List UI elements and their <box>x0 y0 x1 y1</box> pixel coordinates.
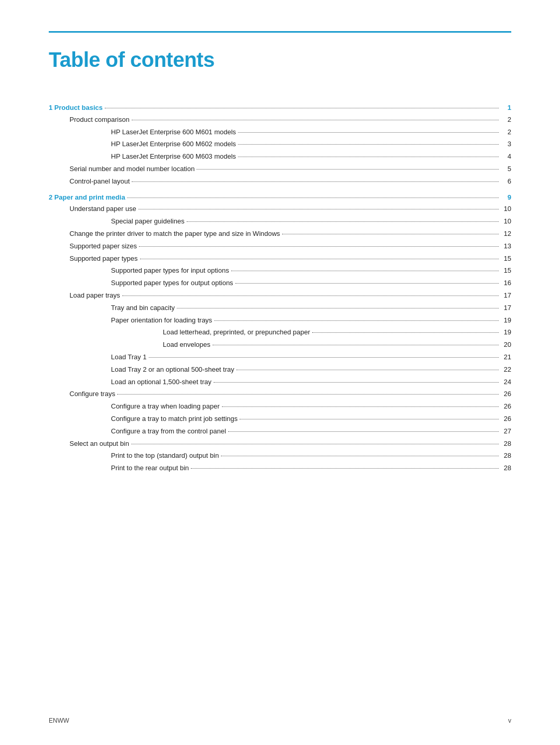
page-number: 17 <box>501 303 511 314</box>
toc-entry: Special paper guidelines 10 <box>49 216 511 227</box>
toc-dots <box>214 320 499 321</box>
toc-entry: Understand paper use 10 <box>49 204 511 215</box>
page-number: 26 <box>501 401 511 412</box>
entry-label: Paper orientation for loading trays <box>111 315 212 326</box>
entry-label: Supported paper types <box>69 254 138 264</box>
toc-entry: HP LaserJet Enterprise 600 M602 models 3 <box>49 139 511 150</box>
toc-dots <box>228 431 499 432</box>
toc-entry: Print to the rear output bin 28 <box>49 463 511 474</box>
toc-entry: Load letterhead, preprinted, or prepunch… <box>49 327 511 338</box>
page-number: 27 <box>501 426 511 437</box>
toc-entry: Select an output bin 28 <box>49 439 511 449</box>
toc-dots <box>131 444 499 444</box>
page-number: 10 <box>501 216 511 227</box>
entry-label: Print to the rear output bin <box>111 463 189 474</box>
entry-label: Serial number and model number location <box>69 164 194 175</box>
toc-dots <box>238 132 499 133</box>
entry-label: Load paper trays <box>69 290 120 301</box>
entry-label: Tray and bin capacity <box>111 303 175 314</box>
toc-entry: Change the printer driver to match the p… <box>49 229 511 240</box>
toc-dots <box>191 468 499 469</box>
page-number: 28 <box>501 451 511 461</box>
toc-dots <box>231 271 499 271</box>
toc-dots <box>105 108 499 108</box>
footer-left: ENWW <box>49 717 69 724</box>
toc-dots <box>214 382 499 383</box>
entry-label: Supported paper types for input options <box>111 265 229 276</box>
toc-dots <box>177 308 499 308</box>
toc-dots <box>122 296 499 296</box>
toc-entry: Control-panel layout 6 <box>49 176 511 187</box>
entry-label: HP LaserJet Enterprise 600 M603 models <box>111 151 236 162</box>
toc-dots <box>238 157 499 157</box>
entry-label: Load envelopes <box>163 340 211 350</box>
entry-label: Load Tray 1 <box>111 352 147 363</box>
toc-entry: Configure a tray from the control panel … <box>49 426 511 437</box>
entry-label: Configure a tray from the control panel <box>111 426 226 437</box>
entry-label: Understand paper use <box>69 204 136 215</box>
toc-dots <box>132 120 499 120</box>
page-number: 2 <box>501 115 511 125</box>
toc-entry: Load envelopes 20 <box>49 340 511 350</box>
page-number: 15 <box>501 265 511 276</box>
entry-label: Select an output bin <box>69 439 129 449</box>
toc-entry: Load an optional 1,500-sheet tray 24 <box>49 377 511 388</box>
toc-dots <box>132 181 499 182</box>
toc-entry: Supported paper types for output options… <box>49 278 511 289</box>
page-number: 17 <box>501 290 511 301</box>
entry-label: HP LaserJet Enterprise 600 M601 models <box>111 127 236 138</box>
toc-entry: 1 Product basics 1 <box>49 103 511 114</box>
entry-label: Product comparison <box>69 115 130 125</box>
footer-right: v <box>508 717 511 724</box>
page-number: 13 <box>501 241 511 252</box>
toc-dots <box>235 283 499 284</box>
page-number: 26 <box>501 414 511 425</box>
page-number: 28 <box>501 463 511 474</box>
toc-dots <box>127 198 499 198</box>
page-number: 21 <box>501 352 511 363</box>
toc-dots <box>312 332 499 333</box>
entry-label: Control-panel layout <box>69 176 130 187</box>
entry-label: Supported paper types for output options <box>111 278 233 289</box>
toc-dots <box>117 394 499 395</box>
toc-container: 1 Product basics 1Product comparison 2HP… <box>49 103 511 474</box>
toc-dots <box>221 456 499 456</box>
chapter-label: 2 Paper and print media <box>49 192 125 203</box>
toc-entry: Product comparison 2 <box>49 115 511 125</box>
toc-entry: Configure trays 26 <box>49 389 511 400</box>
entry-label: Load Tray 2 or an optional 500-sheet tra… <box>111 364 234 375</box>
entry-label: Print to the top (standard) output bin <box>111 451 219 461</box>
toc-dots <box>139 246 499 247</box>
page-number: 12 <box>501 229 511 240</box>
page-number: 4 <box>501 151 511 162</box>
toc-dots <box>238 144 499 145</box>
entry-label: Configure a tray to match print job sett… <box>111 414 237 425</box>
page-number: 26 <box>501 389 511 400</box>
toc-dots <box>222 406 499 407</box>
page-number: 3 <box>501 139 511 150</box>
toc-entry: Supported paper types for input options … <box>49 265 511 276</box>
page-number: 10 <box>501 204 511 215</box>
chapter-label: 1 Product basics <box>49 103 103 114</box>
footer: ENWW v <box>49 717 511 724</box>
entry-label: Supported paper sizes <box>69 241 137 252</box>
entry-label: Special paper guidelines <box>111 216 185 227</box>
page-number: 6 <box>501 176 511 187</box>
title-section: Table of contents <box>49 48 511 72</box>
toc-entry: Load Tray 1 21 <box>49 352 511 363</box>
page-number: 22 <box>501 364 511 375</box>
toc-entry: Supported paper sizes 13 <box>49 241 511 252</box>
toc-entry: Supported paper types 15 <box>49 254 511 264</box>
page-title: Table of contents <box>49 48 511 72</box>
toc-dots <box>282 234 499 234</box>
toc-entry: HP LaserJet Enterprise 600 M603 models 4 <box>49 151 511 162</box>
toc-dots <box>236 370 499 370</box>
toc-entry: Tray and bin capacity 17 <box>49 303 511 314</box>
page-number: 28 <box>501 439 511 449</box>
entry-label: Change the printer driver to match the p… <box>69 229 280 240</box>
toc-entry: Paper orientation for loading trays 19 <box>49 315 511 326</box>
toc-dots <box>213 345 499 345</box>
toc-dots <box>240 419 499 419</box>
entry-label: Load letterhead, preprinted, or prepunch… <box>163 327 310 338</box>
toc-entry: Configure a tray to match print job sett… <box>49 414 511 425</box>
